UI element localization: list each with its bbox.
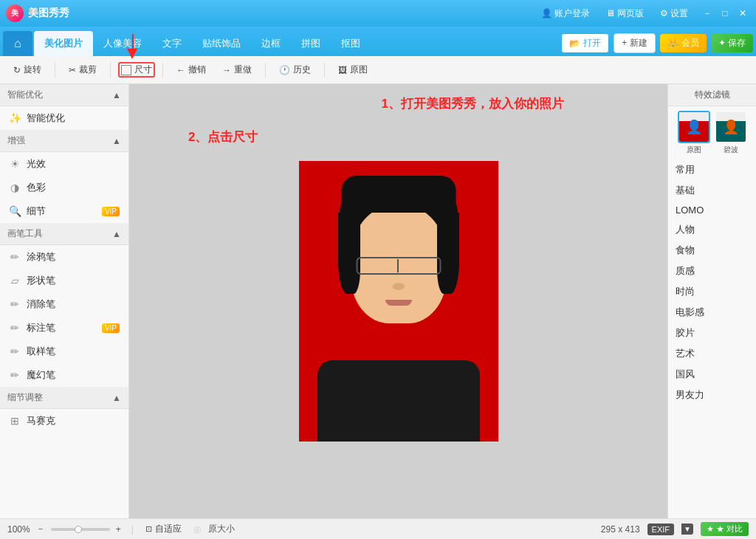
nav-tabs: ⌂ 美化图片 人像美容 文字 贴纸饰品 边框 拼图 抠图 📂 打开 + 新建 👑… — [0, 27, 756, 56]
filter-cat-art[interactable]: 艺术 — [668, 343, 756, 364]
annotation-step1: 1、打开美图秀秀，放入你的照片 — [382, 95, 564, 112]
filter-cat-portrait[interactable]: 人物 — [668, 219, 756, 240]
zoom-plus-btn[interactable]: + — [113, 524, 124, 535]
zoom-value: 100% — [7, 524, 30, 535]
rotate-tool[interactable]: ↻ 旋转 — [7, 61, 47, 79]
section-header-brush[interactable]: 画笔工具 ▲ — [0, 223, 128, 245]
account-icon: 👤 — [541, 8, 552, 18]
save-btn[interactable]: ✦ 保存 — [711, 34, 753, 52]
filter-cat-food[interactable]: 食物 — [668, 240, 756, 261]
graffiti-icon: ✏ — [9, 251, 21, 263]
toolbar-sep-2 — [110, 63, 111, 78]
logo-icon: 美 — [6, 4, 24, 22]
minimize-btn[interactable]: － — [700, 6, 715, 21]
tab-portrait[interactable]: 人像美容 — [93, 31, 152, 56]
exif-dropdown-icon[interactable]: ▼ — [681, 523, 693, 535]
crown-icon: 👑 — [667, 38, 678, 49]
sidebar-item-detail[interactable]: 🔍 细节 VIP — [0, 199, 128, 223]
tab-text[interactable]: 文字 — [152, 31, 192, 56]
zoom-thumb[interactable] — [75, 526, 82, 533]
undo-tool[interactable]: ← 撤销 — [171, 61, 212, 79]
sidebar-item-eraser[interactable]: ✏ 消除笔 — [0, 292, 128, 316]
history-icon: 🕐 — [279, 65, 290, 75]
vip-btn[interactable]: 👑 会员 — [660, 34, 707, 52]
maximize-btn[interactable]: □ — [718, 6, 732, 21]
filter-thumb-bibo-box[interactable]: 👤 — [715, 111, 747, 143]
sidebar-item-annotation[interactable]: ✏ 标注笔 VIP — [0, 316, 128, 340]
section-title-enhance: 增强 — [7, 134, 25, 147]
sidebar-item-magic[interactable]: ✏ 魔幻笔 — [0, 363, 128, 387]
filter-panel-header: 特效滤镜 — [668, 84, 756, 106]
exif-btn[interactable]: EXIF — [647, 523, 674, 535]
toolbar-sep-4 — [265, 63, 266, 78]
sidebar-item-graffiti[interactable]: ✏ 涂鸦笔 — [0, 245, 128, 269]
annotation-step2: 2、点击尺寸 — [188, 128, 258, 145]
tab-border[interactable]: 边框 — [251, 31, 291, 56]
thumb-face-1: 👤 — [679, 112, 709, 142]
filter-thumb-bibo[interactable]: 👤 碧波 — [715, 111, 747, 155]
filter-cat-texture[interactable]: 质感 — [668, 261, 756, 281]
close-btn[interactable]: ✕ — [735, 6, 750, 21]
original-tool[interactable]: 🖼 原图 — [332, 61, 374, 79]
tab-cutout[interactable]: 抠图 — [331, 31, 371, 56]
filter-cat-lomo[interactable]: LOMO — [668, 201, 756, 219]
contrast-btn[interactable]: ★ ★ 对比 — [701, 522, 749, 536]
vip-badge-annotation: VIP — [102, 323, 120, 333]
new-btn[interactable]: + 新建 — [614, 33, 655, 53]
filter-label-original: 原图 — [678, 145, 710, 155]
history-tool[interactable]: 🕐 历史 — [273, 61, 317, 79]
tab-collage[interactable]: 拼图 — [291, 31, 331, 56]
sidebar-item-sample[interactable]: ✏ 取样笔 — [0, 340, 128, 363]
titlebar: 美 美图秀秀 👤 账户登录 🖥 网页版 ⚙ 设置 － □ ✕ — [0, 0, 756, 27]
filter-thumb-original[interactable]: 👤 原图 — [678, 111, 710, 155]
size-tool[interactable]: 尺寸 — [118, 62, 155, 78]
filter-cat-cinema[interactable]: 电影感 — [668, 302, 756, 323]
redo-icon: → — [222, 65, 231, 75]
section-header-detail-adjust[interactable]: 细节调整 ▲ — [0, 387, 128, 409]
toolbar-sep-5 — [324, 63, 325, 78]
tab-stickers[interactable]: 贴纸饰品 — [192, 31, 251, 56]
zoom-slider[interactable] — [51, 528, 110, 531]
sidebar-item-smart-optimize[interactable]: ✨ 智能优化 — [0, 106, 128, 130]
brush-collapse-icon: ▲ — [112, 229, 121, 239]
filter-thumbnails: 👤 原图 👤 碧波 — [668, 106, 756, 159]
zoom-minus-btn[interactable]: － — [33, 523, 48, 535]
right-panel: 特效滤镜 👤 原图 👤 碧波 常用 基础 LOMO 人物 食物 质感 时尚 — [667, 84, 756, 518]
detail-icon: 🔍 — [9, 205, 21, 217]
section-title-smart-optimize: 智能优化 — [7, 89, 43, 101]
sidebar-item-color[interactable]: ◑ 色彩 — [0, 176, 128, 199]
toolbar-sep-1 — [55, 63, 55, 78]
filter-cat-fashion[interactable]: 时尚 — [668, 281, 756, 302]
filter-cat-film[interactable]: 胶片 — [668, 323, 756, 343]
app-logo: 美 美图秀秀 — [6, 4, 69, 22]
fit-btn[interactable]: ⊡ 自适应 — [141, 521, 186, 537]
undo-icon: ← — [176, 65, 185, 75]
redo-tool[interactable]: → 重做 — [216, 61, 258, 79]
sidebar: 智能优化 ▲ ✨ 智能优化 增强 ▲ ☀ 光效 ◑ 色彩 🔍 细节 VIP 画笔… — [0, 84, 129, 518]
settings-btn[interactable]: ⚙ 设置 — [656, 6, 693, 21]
sidebar-item-shape[interactable]: ▱ 形状笔 — [0, 269, 128, 292]
filter-cat-basic[interactable]: 基础 — [668, 180, 756, 201]
open-btn[interactable]: 📂 打开 — [561, 33, 609, 53]
account-btn[interactable]: 👤 账户登录 — [537, 6, 594, 21]
crop-tool[interactable]: ✂ 裁剪 — [63, 61, 103, 79]
canvas-area[interactable]: 1、打开美图秀秀，放入你的照片 2、点击尺寸 — [129, 84, 667, 518]
shape-icon: ▱ — [9, 275, 21, 286]
light-icon: ☀ — [9, 158, 21, 170]
section-header-smart-optimize[interactable]: 智能优化 ▲ — [0, 84, 128, 106]
section-header-enhance[interactable]: 增强 ▲ — [0, 130, 128, 152]
sidebar-item-mosaic[interactable]: ⊞ 马赛克 — [0, 409, 128, 433]
canvas-image — [299, 161, 498, 442]
filter-cat-boyfriend[interactable]: 男友力 — [668, 385, 756, 405]
rotate-icon: ↻ — [13, 65, 21, 75]
window-controls: － □ ✕ — [700, 6, 750, 21]
home-btn[interactable]: ⌂ — [3, 31, 32, 56]
filter-cat-guofeng[interactable]: 国风 — [668, 364, 756, 385]
sidebar-item-light[interactable]: ☀ 光效 — [0, 152, 128, 176]
filter-thumb-original-box[interactable]: 👤 — [678, 111, 710, 143]
filter-cat-common[interactable]: 常用 — [668, 159, 756, 180]
web-btn[interactable]: 🖥 网页版 — [602, 6, 648, 21]
tab-beautify[interactable]: 美化图片 — [34, 31, 93, 56]
app-name: 美图秀秀 — [28, 7, 69, 20]
nav-right-buttons: 📂 打开 + 新建 👑 会员 ✦ 保存 — [561, 33, 753, 56]
